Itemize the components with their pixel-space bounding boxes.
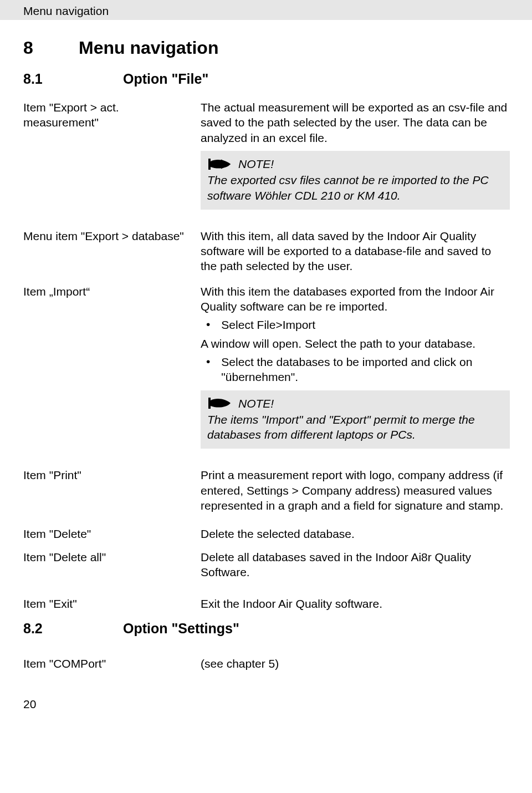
row-comport: Item "COMPort" (see chapter 5) — [23, 656, 510, 674]
page-number: 20 — [23, 697, 510, 711]
comport-label: Item "COMPort" — [23, 657, 106, 670]
delete-all-desc: Delete all databases saved in the Indoor… — [201, 550, 510, 580]
row-delete-all: Item "Delete all" Delete all databases s… — [23, 550, 510, 583]
row-export-act: Item "Export > act. measurement" The act… — [23, 100, 510, 210]
import-label: Item „Import“ — [23, 285, 90, 298]
exit-label: Item "Exit" — [23, 597, 77, 610]
row-exit: Item "Exit" Exit the Indoor Air Quality … — [23, 596, 510, 614]
bullet-icon: • — [206, 354, 210, 368]
section-8-1-title: Option "File" — [123, 70, 208, 88]
export-act-desc: The actual measurement will be exported … — [201, 100, 510, 145]
export-db-label: Menu item "Export > database" — [23, 230, 184, 242]
delete-desc: Delete the selected database. — [201, 526, 510, 541]
comport-desc: (see chapter 5) — [201, 656, 510, 671]
export-act-note: NOTE! The exported csv files cannot be r… — [201, 151, 510, 210]
section-8-heading: 8 Menu navigation — [23, 37, 510, 60]
pointing-hand-icon — [207, 157, 232, 171]
row-delete: Item "Delete" Delete the selected databa… — [23, 526, 510, 545]
note-label: NOTE! — [238, 156, 274, 171]
print-desc: Print a measurement report with logo, co… — [201, 467, 510, 513]
export-act-label: Item "Export > act. measurement" — [23, 101, 119, 129]
section-8-title: Menu navigation — [79, 37, 218, 60]
section-8-number: 8 — [23, 37, 79, 60]
delete-all-label: Item "Delete all" — [23, 551, 106, 563]
section-8-1-heading: 8.1 Option "File" — [23, 70, 510, 88]
section-8-2-number: 8.2 — [23, 619, 123, 638]
row-export-db: Menu item "Export > database" With this … — [23, 228, 510, 277]
header-tab: Menu navigation — [0, 0, 532, 20]
section-8-1-number: 8.1 — [23, 70, 123, 88]
import-bullet-2: • Select the databases to be imported an… — [206, 354, 510, 385]
row-print: Item "Print" Print a measurement report … — [23, 467, 510, 516]
import-note: NOTE! The items "Import" and "Export" pe… — [201, 390, 510, 449]
note-body: The items "Import" and "Export" permit t… — [207, 412, 503, 443]
print-label: Item "Print" — [23, 469, 81, 481]
note-label: NOTE! — [238, 396, 274, 411]
svg-rect-1 — [208, 398, 211, 409]
export-db-desc: With this item, all data saved by the In… — [201, 228, 510, 274]
section-8-2-title: Option "Settings" — [123, 619, 239, 638]
import-bullet-2-text: Select the databases to be imported and … — [221, 354, 510, 385]
bullet-icon: • — [206, 317, 210, 331]
exit-desc: Exit the Indoor Air Quality software. — [201, 596, 510, 611]
section-8-2-heading: 8.2 Option "Settings" — [23, 619, 510, 638]
import-desc1: With this item the databases exported fr… — [201, 284, 510, 314]
pointing-hand-icon — [207, 396, 232, 410]
row-import: Item „Import“ With this item the databas… — [23, 284, 510, 449]
import-bullet-1: • Select File>Import — [206, 317, 510, 332]
delete-label: Item "Delete" — [23, 527, 91, 540]
import-desc2: A window will open. Select the path to y… — [201, 336, 510, 351]
note-body: The exported csv files cannot be re impo… — [207, 172, 503, 203]
import-bullet-1-text: Select File>Import — [221, 317, 315, 332]
tab-title: Menu navigation — [23, 4, 109, 17]
